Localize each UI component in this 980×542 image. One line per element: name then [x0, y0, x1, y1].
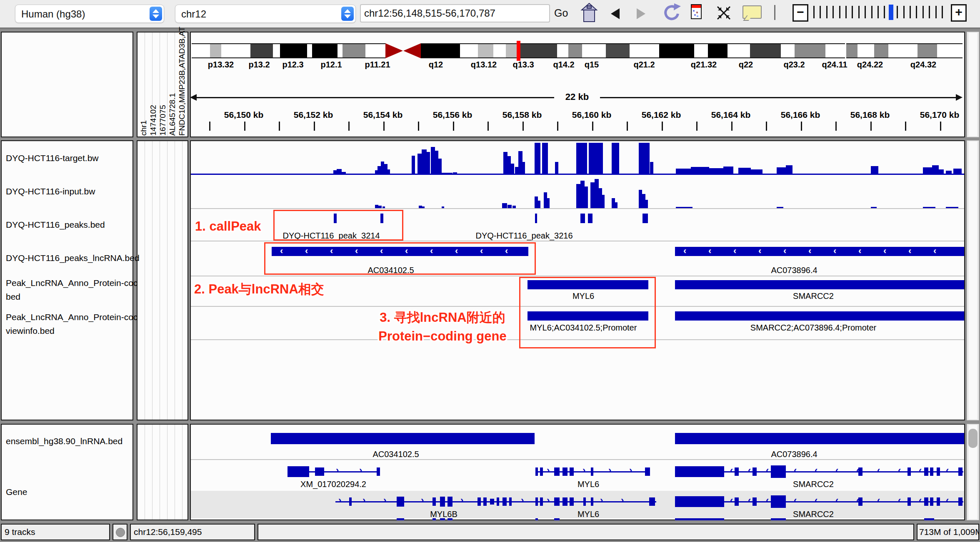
zoom-slider-tick: [865, 6, 866, 18]
zoom-slider-tick: [897, 6, 898, 18]
home-icon[interactable]: [580, 2, 598, 23]
status-indicator-icon: [116, 528, 125, 537]
annotation-step1: 1. callPeak: [195, 219, 261, 234]
region-of-interest-icon[interactable]: [691, 4, 702, 19]
zoom-slider-tick: [845, 6, 847, 18]
zoom-slider-tick: [916, 6, 917, 18]
zoom-slider-thumb[interactable]: [889, 5, 893, 20]
zoom-out-button[interactable]: −: [792, 4, 808, 22]
chromosome-select-value: chr12: [181, 8, 206, 20]
toolbar-separator: [774, 5, 775, 20]
genome-select[interactable]: Human (hg38): [15, 5, 164, 23]
locus-input[interactable]: [360, 4, 550, 22]
header-scrollbar-gutter[interactable]: [967, 32, 979, 137]
annotation-step3-line1: 3. 寻找lncRNA附近的: [380, 309, 505, 326]
tracks-attribute-panel: [137, 140, 188, 420]
status-message-box: [258, 524, 914, 540]
fit-to-window-icon[interactable]: [716, 5, 732, 21]
select-stepper-icon: [150, 7, 162, 21]
bottom-names-panel: [1, 424, 133, 520]
bottom-data-panel[interactable]: [190, 424, 965, 520]
annotation-step2: 2. Peak与lncRNA相交: [194, 281, 324, 298]
zoom-slider-tick: [871, 6, 872, 18]
go-button[interactable]: Go: [554, 7, 568, 19]
tooltip-bubble-icon[interactable]: [742, 5, 762, 19]
header-attribute-panel: [137, 32, 188, 137]
zoom-slider-tick: [903, 6, 905, 18]
zoom-slider-tick: [878, 6, 879, 18]
genome-select-value: Human (hg38): [21, 8, 85, 20]
header-names-panel: [1, 32, 133, 137]
status-cursor-position: chr12:56,159,495: [130, 524, 255, 540]
zoom-slider-tick: [922, 6, 924, 18]
zoom-slider-tick: [942, 6, 943, 18]
zoom-slider-tick: [820, 6, 821, 18]
status-memory: 713M of 1,009M: [917, 524, 979, 540]
back-icon[interactable]: [611, 8, 620, 19]
bottom-scrollbar-gutter[interactable]: [967, 424, 979, 520]
status-track-count: 9 tracks: [1, 524, 110, 540]
zoom-slider-tick: [839, 6, 840, 18]
zoom-slider-tick: [910, 6, 911, 18]
annotation-step3-line2: Protein−coding gene: [378, 329, 506, 344]
zoom-slider-tick: [826, 6, 828, 18]
zoom-slider-tick: [858, 6, 860, 18]
tracks-scrollbar-gutter[interactable]: [967, 140, 979, 420]
forward-icon[interactable]: [637, 8, 645, 19]
refresh-icon[interactable]: [660, 2, 682, 24]
bottom-attribute-panel: [137, 424, 188, 520]
zoom-slider-tick: [852, 6, 853, 18]
chromosome-select[interactable]: chr12: [175, 5, 356, 23]
zoom-slider-tick: [929, 6, 930, 18]
zoom-slider-tick: [832, 6, 834, 18]
igv-application-window: Human (hg38) chr12 Go −: [0, 0, 980, 542]
tracks-names-panel: [1, 140, 133, 420]
zoom-slider-tick: [813, 6, 815, 18]
zoom-in-button[interactable]: +: [951, 4, 967, 22]
toolbar: Human (hg38) chr12 Go −: [0, 0, 980, 29]
select-stepper-icon: [341, 7, 354, 21]
zoom-slider-tick: [884, 6, 885, 18]
zoom-slider-tick: [935, 6, 937, 18]
header-data-panel: [190, 32, 965, 137]
